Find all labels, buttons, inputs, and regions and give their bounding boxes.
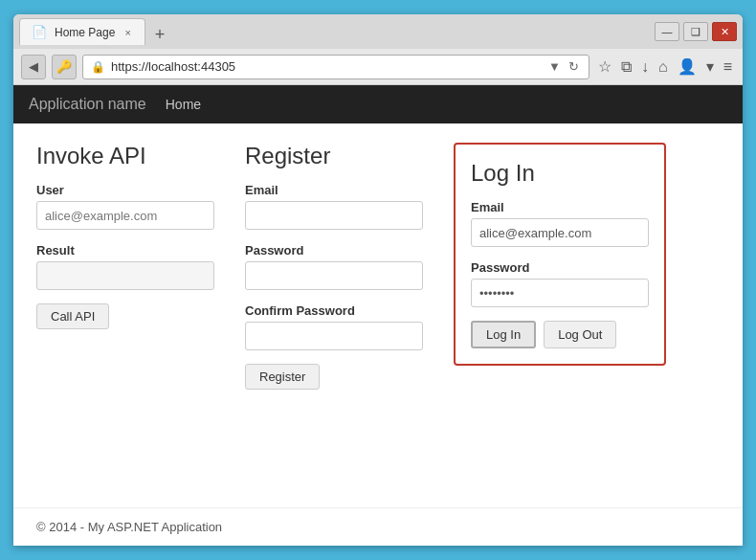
call-api-button[interactable]: Call API [36,303,109,329]
app-name: Application name [29,96,146,113]
user-form-group: User [36,183,214,230]
result-label: Result [36,243,214,258]
user-label: User [36,183,214,197]
clipboard-button[interactable]: ⧉ [618,58,634,76]
nav-home-link[interactable]: Home [166,97,201,112]
tab-label: Home Page [55,26,115,39]
result-form-group: Result [36,243,214,290]
sections-row: Invoke API User Result Call API Register… [36,143,720,390]
minimize-button[interactable]: — [655,22,679,41]
register-password-group: Password [245,243,423,290]
lock-icon: 🔒 [91,60,105,74]
star-button[interactable]: ☆ [595,57,614,76]
dropdown2-button[interactable]: ▾ [703,57,717,76]
tab-area: 📄 Home Page × + [19,18,647,45]
home-button[interactable]: ⌂ [656,58,671,76]
download-button[interactable]: ↓ [638,58,652,76]
register-confirm-label: Confirm Password [245,303,423,318]
login-password-label: Password [471,260,649,275]
login-section: Log In Email Password Log In Log Out [454,143,666,366]
window-controls: — ❑ ✕ [655,22,737,41]
logout-button[interactable]: Log Out [544,321,616,348]
back-icon: ◀ [29,59,38,74]
register-section: Register Email Password Confirm Password… [245,143,423,390]
user-input[interactable] [36,201,214,230]
browser-window: 📄 Home Page × + — ❑ ✕ ◀ 🔑 🔒 ▼ ↻ [13,14,743,546]
tab-icon: 📄 [32,25,47,39]
login-button[interactable]: Log In [471,321,536,348]
invoke-api-title: Invoke API [36,143,214,169]
address-bar[interactable]: 🔒 ▼ ↻ [82,55,589,79]
register-title: Register [245,143,423,169]
address-bar-actions: ▼ ↻ [546,59,581,74]
key-icon: 🔑 [56,59,72,74]
refresh-button[interactable]: ↻ [567,59,581,74]
register-email-group: Email [245,183,423,230]
tab-close-btn[interactable]: × [122,27,132,38]
title-bar: 📄 Home Page × + — ❑ ✕ [13,14,743,49]
key-button[interactable]: 🔑 [52,55,77,79]
page-content: Invoke API User Result Call API Register… [13,123,743,507]
login-title: Log In [471,160,649,187]
app-navbar: Application name Home [13,85,743,123]
result-input [36,261,214,290]
new-tab-button[interactable]: + [149,25,171,45]
login-password-group: Password [471,260,649,307]
login-email-label: Email [471,200,649,214]
toolbar-icons: ☆ ⧉ ↓ ⌂ 👤 ▾ ≡ [595,57,735,76]
register-email-input[interactable] [245,201,423,230]
page-footer: © 2014 - My ASP.NET Application [13,507,743,546]
maximize-button[interactable]: ❑ [683,22,708,41]
register-password-label: Password [245,243,423,258]
login-password-input[interactable] [471,279,649,307]
register-confirm-group: Confirm Password [245,303,423,350]
login-email-group: Email [471,200,649,247]
menu-button[interactable]: ≡ [721,58,735,76]
login-buttons: Log In Log Out [471,321,649,348]
register-password-input[interactable] [245,261,423,290]
back-button[interactable]: ◀ [21,55,46,79]
avatar-button[interactable]: 👤 [675,57,700,76]
register-email-label: Email [245,183,423,197]
register-confirm-input[interactable] [245,322,423,350]
footer-text: © 2014 - My ASP.NET Application [36,520,222,534]
login-email-input[interactable] [471,218,649,247]
active-tab[interactable]: 📄 Home Page × [19,18,145,45]
address-input[interactable] [111,59,541,74]
nav-bar: ◀ 🔑 🔒 ▼ ↻ ☆ ⧉ ↓ ⌂ 👤 ▾ ≡ [13,49,743,85]
invoke-api-section: Invoke API User Result Call API [36,143,214,329]
register-button[interactable]: Register [245,364,320,390]
close-button[interactable]: ✕ [712,22,737,41]
dropdown-button[interactable]: ▼ [546,59,563,74]
